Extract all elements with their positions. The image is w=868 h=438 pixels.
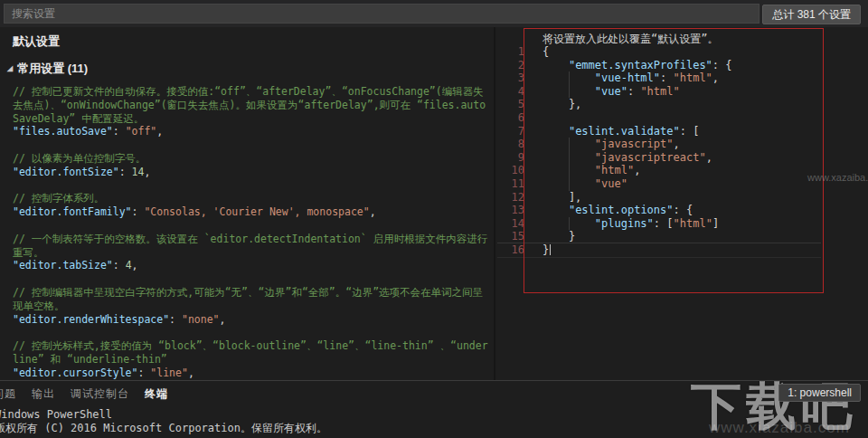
- text-cursor: [550, 244, 551, 255]
- code-token: "vue": [595, 177, 627, 190]
- panel-tab[interactable]: 问题: [0, 386, 16, 402]
- code-token: "editor.fontSize": [13, 166, 119, 178]
- user-settings-line[interactable]: 5 },: [497, 98, 821, 111]
- bottom-panel: 问题输出调试控制台终端 1: powershell Windows PowerS…: [0, 380, 868, 438]
- line-number: 15: [497, 230, 524, 243]
- code-content: "vue": "html": [524, 85, 680, 99]
- code-token: "line": [150, 367, 188, 379]
- user-settings-line[interactable]: 6: [497, 111, 821, 125]
- panel-tab[interactable]: 终端: [145, 386, 168, 402]
- code-content: "vue-html": "html",: [524, 71, 719, 85]
- line-number: 13: [497, 204, 524, 217]
- default-settings-line: [13, 179, 488, 193]
- code-token: ,: [188, 367, 194, 379]
- terminal-output[interactable]: Windows PowerShell版权所有 (C) 2016 Microsof…: [0, 408, 327, 435]
- user-settings-line[interactable]: 7 "eslint.validate": [: [497, 125, 821, 138]
- line-number: 7: [497, 125, 524, 138]
- code-token: 14: [132, 166, 145, 178]
- code-token: ,: [144, 166, 150, 178]
- user-settings-line[interactable]: 9 "javascriptreact",: [497, 151, 821, 165]
- code-token: 4: [126, 259, 132, 271]
- code-token: // 控制字体系列。: [13, 192, 104, 205]
- code-token: "Consolas, 'Courier New', monospace": [144, 205, 369, 218]
- default-settings-line: // 控制已更新文件的自动保存。接受的值:“off”、“afterDelay”、…: [13, 85, 488, 125]
- user-settings-line[interactable]: 1{: [497, 45, 821, 59]
- user-settings-line[interactable]: 3 "vue-html": "html",: [497, 71, 821, 85]
- code-content: },: [524, 98, 581, 111]
- section-label: 常用设置 (11): [17, 62, 88, 75]
- code-token: [542, 177, 595, 190]
- user-settings-line[interactable]: 15 }: [497, 230, 821, 243]
- default-settings-code: // 控制已更新文件的自动保存。接受的值:“off”、“afterDelay”、…: [13, 85, 488, 380]
- user-settings-line[interactable]: 10 "html",: [497, 164, 821, 177]
- code-content: "html",: [524, 164, 640, 177]
- code-token: "html": [674, 217, 712, 230]
- default-settings-line: "editor.tabSize": 4,: [13, 259, 488, 272]
- code-token: // 控制编辑器中呈现空白字符的方式,可能为“无”、“边界”和“全部”。“边界”…: [13, 286, 483, 312]
- code-token: ,: [370, 205, 376, 218]
- code-token: [542, 59, 569, 71]
- code-token: [542, 217, 595, 230]
- code-token: "plugins": [595, 217, 654, 230]
- code-token: :: [113, 259, 126, 271]
- user-settings-line[interactable]: 8 "javascript",: [497, 138, 821, 151]
- code-token: :: [169, 313, 182, 326]
- code-content: "eslint.validate": [: [524, 125, 699, 138]
- code-content: [524, 111, 542, 125]
- code-token: "html": [674, 71, 712, 84]
- default-settings-line: // 控制光标样式,接受的值为 “block”、“block-outline”、…: [13, 339, 488, 367]
- code-token: [542, 138, 595, 150]
- line-number: 12: [497, 191, 524, 205]
- user-settings-line[interactable]: 16}: [497, 243, 821, 258]
- code-token: ,: [706, 151, 712, 164]
- code-content: "plugins": ["html"]: [524, 217, 719, 231]
- default-settings-line: [13, 326, 488, 339]
- user-settings-line[interactable]: 2 "emmet.syntaxProfiles": {: [497, 59, 821, 72]
- terminal-selector-dropdown[interactable]: 1: powershell: [778, 384, 861, 402]
- line-number: 2: [497, 59, 524, 72]
- code-content: }: [524, 243, 551, 257]
- code-token: :: [137, 367, 150, 379]
- code-content: "eslint.options": {: [524, 204, 693, 217]
- code-token: "none": [182, 313, 220, 326]
- default-settings-line: // 以像素为单位控制字号。: [13, 152, 488, 166]
- line-number: 14: [497, 217, 524, 231]
- section-commonly-used[interactable]: ◢常用设置 (11): [7, 61, 88, 77]
- code-token: ],: [542, 191, 581, 204]
- code-token: // 一个制表符等于的空格数。该设置在 `editor.detectIndent…: [13, 233, 487, 259]
- code-token: "off": [126, 125, 157, 138]
- panel-tab[interactable]: 输出: [32, 386, 55, 402]
- user-settings-pane[interactable]: 将设置放入此处以覆盖“默认设置”。 1{2 "emmet.syntaxProfi…: [497, 27, 868, 380]
- line-number: 6: [497, 111, 524, 125]
- search-input[interactable]: [4, 4, 760, 24]
- code-token: "html": [595, 164, 634, 176]
- user-settings-line[interactable]: 12 ],: [497, 191, 821, 205]
- code-token: },: [542, 98, 581, 110]
- user-settings-line[interactable]: 14 "plugins": ["html"]: [497, 217, 821, 231]
- code-token: [542, 71, 595, 84]
- code-token: {: [542, 45, 549, 58]
- code-token: ,: [220, 313, 226, 326]
- user-settings-line[interactable]: 13 "eslint.options": {: [497, 204, 821, 217]
- pane-splitter[interactable]: [494, 27, 495, 380]
- code-token: }: [542, 243, 549, 256]
- code-token: ,: [634, 164, 640, 176]
- code-token: :: [132, 205, 145, 218]
- terminal-line: Windows PowerShell: [0, 408, 327, 422]
- code-token: :: [119, 166, 132, 178]
- line-number: 5: [497, 98, 524, 111]
- code-token: ,: [156, 125, 163, 138]
- user-settings-line[interactable]: 4 "vue": "html": [497, 85, 821, 99]
- vscode-settings-window: 总计 381 个设置 默认设置 ◢常用设置 (11) // 控制已更新文件的自动…: [0, 0, 868, 438]
- code-token: "editor.cursorStyle": [13, 367, 137, 379]
- line-number: 11: [497, 177, 524, 191]
- panel-tab[interactable]: 调试控制台: [71, 386, 129, 402]
- code-token: ]: [712, 217, 719, 230]
- user-settings-line[interactable]: 11 "vue": [497, 177, 821, 191]
- user-settings-code: 1{2 "emmet.syntaxProfiles": {3 "vue-html…: [497, 45, 821, 258]
- code-token: :: [627, 85, 640, 98]
- code-token: // 控制光标样式,接受的值为 “block”、“block-outline”、…: [13, 339, 488, 366]
- code-token: ,: [712, 71, 719, 84]
- default-settings-line: // 控制编辑器中呈现空白字符的方式,可能为“无”、“边界”和“全部”。“边界”…: [13, 286, 488, 313]
- code-token: // 控制已更新文件的自动保存。接受的值:“off”、“afterDelay”、…: [13, 85, 486, 125]
